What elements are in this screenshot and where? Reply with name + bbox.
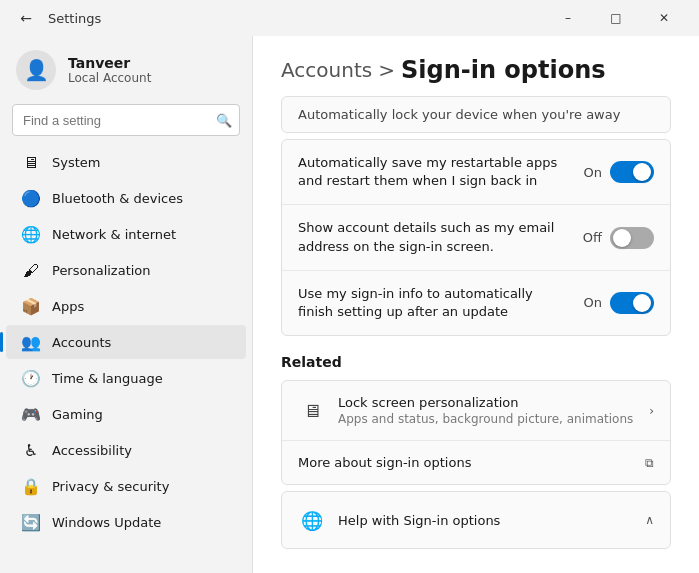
sidebar-item-label: Bluetooth & devices [52, 191, 183, 206]
search-input[interactable] [12, 104, 240, 136]
sidebar-item-accounts[interactable]: 👥 Accounts [6, 325, 246, 359]
app-body: 👤 Tanveer Local Account 🔍 🖥 System 🔵 Blu… [0, 36, 699, 573]
related-sublabel-lock-screen: Apps and status, background picture, ani… [338, 412, 637, 426]
truncated-setting: Automatically lock your device when you'… [281, 96, 671, 133]
toggle-thumb-autosave [633, 163, 651, 181]
toggle-account-details[interactable] [610, 227, 654, 249]
sidebar-item-privacy[interactable]: 🔒 Privacy & security [6, 469, 246, 503]
related-card: 🖥 Lock screen personalization Apps and s… [281, 380, 671, 485]
sidebar-item-label: System [52, 155, 100, 170]
accessibility-icon: ♿ [22, 441, 40, 459]
close-button[interactable]: ✕ [641, 2, 687, 34]
apps-icon: 📦 [22, 297, 40, 315]
help-card: 🌐 Help with Sign-in options ∧ [281, 491, 671, 549]
setting-label-signin-info: Use my sign-in info to automaticallyfini… [298, 285, 533, 321]
user-type: Local Account [68, 71, 151, 85]
setting-row-autosave: Automatically save my restartable appsan… [282, 140, 670, 204]
window-controls: – □ ✕ [545, 2, 687, 34]
setting-controls-signin-info: On [584, 292, 654, 314]
search-icon: 🔍 [216, 113, 232, 128]
user-profile: 👤 Tanveer Local Account [0, 36, 252, 104]
setting-controls-autosave: On [584, 161, 654, 183]
network-icon: 🌐 [22, 225, 40, 243]
sidebar-item-personalization[interactable]: 🖌 Personalization [6, 253, 246, 287]
avatar: 👤 [16, 50, 56, 90]
system-icon: 🖥 [22, 153, 40, 171]
toggle-thumb-account-details [613, 229, 631, 247]
breadcrumb-separator: > [378, 58, 395, 82]
sidebar-item-time[interactable]: 🕐 Time & language [6, 361, 246, 395]
setting-label-account-details: Show account details such as my emailadd… [298, 219, 554, 255]
lock-screen-icon: 🖥 [298, 397, 326, 425]
toggle-label-autosave: On [584, 165, 602, 180]
truncated-label: Automatically lock your device when you'… [298, 107, 620, 122]
avatar-icon: 👤 [24, 58, 49, 82]
minimize-button[interactable]: – [545, 2, 591, 34]
sidebar-item-apps[interactable]: 📦 Apps [6, 289, 246, 323]
related-row-lock-screen[interactable]: 🖥 Lock screen personalization Apps and s… [282, 381, 670, 440]
bluetooth-icon: 🔵 [22, 189, 40, 207]
sidebar-item-network[interactable]: 🌐 Network & internet [6, 217, 246, 251]
related-section-title: Related [281, 354, 671, 370]
sidebar-item-label: Windows Update [52, 515, 161, 530]
page-header: Accounts > Sign-in options [253, 36, 699, 96]
breadcrumb: Accounts [281, 58, 372, 82]
related-text-lock-screen: Lock screen personalization Apps and sta… [338, 395, 637, 426]
sidebar-item-label: Gaming [52, 407, 103, 422]
toggle-autosave[interactable] [610, 161, 654, 183]
sidebar-item-accessibility[interactable]: ♿ Accessibility [6, 433, 246, 467]
maximize-button[interactable]: □ [593, 2, 639, 34]
privacy-icon: 🔒 [22, 477, 40, 495]
setting-label-autosave: Automatically save my restartable appsan… [298, 154, 557, 190]
sidebar: 👤 Tanveer Local Account 🔍 🖥 System 🔵 Blu… [0, 36, 252, 573]
accounts-icon: 👥 [22, 333, 40, 351]
related-label-more-options: More about sign-in options [298, 455, 633, 470]
back-button[interactable]: ← [12, 4, 40, 32]
search-box[interactable]: 🔍 [12, 104, 240, 136]
page-title: Sign-in options [401, 56, 606, 84]
settings-card: Automatically save my restartable appsan… [281, 139, 671, 336]
toggle-label-account-details: Off [583, 230, 602, 245]
sidebar-item-system[interactable]: 🖥 System [6, 145, 246, 179]
sidebar-item-label: Accessibility [52, 443, 132, 458]
related-arrow-lock-screen: › [649, 404, 654, 418]
expand-icon: ∧ [645, 513, 654, 527]
sidebar-item-label: Time & language [52, 371, 163, 386]
setting-text: Show account details such as my emailadd… [298, 219, 554, 255]
help-label: Help with Sign-in options [338, 513, 633, 528]
external-link-icon: ⧉ [645, 456, 654, 470]
sidebar-item-gaming[interactable]: 🎮 Gaming [6, 397, 246, 431]
sidebar-item-label: Privacy & security [52, 479, 169, 494]
time-icon: 🕐 [22, 369, 40, 387]
sidebar-item-label: Apps [52, 299, 84, 314]
personalization-icon: 🖌 [22, 261, 40, 279]
main-content: Accounts > Sign-in options Automatically… [252, 36, 699, 573]
sidebar-item-label: Accounts [52, 335, 111, 350]
content-area: Automatically lock your device when you'… [253, 96, 699, 573]
sidebar-item-bluetooth[interactable]: 🔵 Bluetooth & devices [6, 181, 246, 215]
toggle-thumb-signin-info [633, 294, 651, 312]
help-text: Help with Sign-in options [338, 513, 633, 528]
toggle-label-signin-info: On [584, 295, 602, 310]
setting-controls-account-details: Off [583, 227, 654, 249]
setting-text: Automatically save my restartable appsan… [298, 154, 557, 190]
related-text-more-options: More about sign-in options [298, 455, 633, 470]
related-label-lock-screen: Lock screen personalization [338, 395, 637, 410]
user-name: Tanveer [68, 55, 151, 71]
gaming-icon: 🎮 [22, 405, 40, 423]
setting-row-signin-info: Use my sign-in info to automaticallyfini… [282, 270, 670, 335]
setting-text: Use my sign-in info to automaticallyfini… [298, 285, 533, 321]
toggle-signin-info[interactable] [610, 292, 654, 314]
sidebar-item-label: Personalization [52, 263, 151, 278]
update-icon: 🔄 [22, 513, 40, 531]
related-row-more-options[interactable]: More about sign-in options ⧉ [282, 440, 670, 484]
sidebar-item-label: Network & internet [52, 227, 176, 242]
help-icon: 🌐 [298, 506, 326, 534]
sidebar-item-update[interactable]: 🔄 Windows Update [6, 505, 246, 539]
setting-row-account-details: Show account details such as my emailadd… [282, 204, 670, 269]
user-info: Tanveer Local Account [68, 55, 151, 85]
help-row[interactable]: 🌐 Help with Sign-in options ∧ [282, 492, 670, 548]
title-bar-title: Settings [48, 11, 101, 26]
title-bar: ← Settings – □ ✕ [0, 0, 699, 36]
